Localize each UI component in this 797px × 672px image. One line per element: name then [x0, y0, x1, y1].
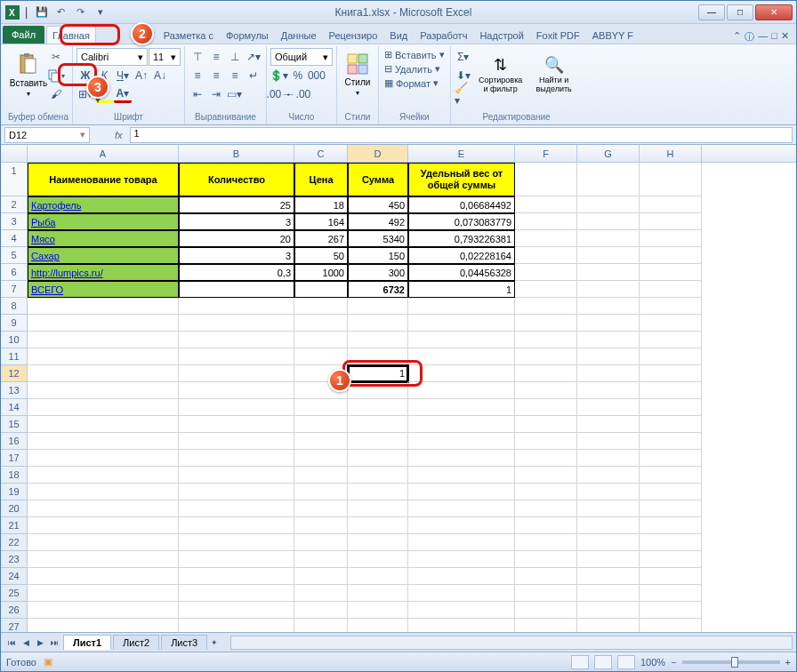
align-center-icon[interactable]: ≡ [207, 67, 225, 84]
row-header[interactable]: 17 [1, 450, 27, 467]
cell[interactable] [348, 534, 408, 551]
percent-icon[interactable]: % [289, 67, 307, 84]
wrap-text-icon[interactable]: ↵ [245, 67, 262, 84]
cell[interactable] [408, 534, 515, 551]
cell[interactable] [515, 568, 577, 585]
view-normal-icon[interactable] [571, 655, 589, 669]
align-left-icon[interactable]: ≡ [189, 67, 206, 84]
cell[interactable] [28, 585, 179, 602]
cell[interactable]: Удельный вес от общей суммы [408, 163, 515, 196]
cell[interactable] [515, 230, 577, 247]
indent-inc-icon[interactable]: ⇥ [207, 85, 225, 103]
cell[interactable] [577, 298, 640, 315]
cell[interactable] [515, 484, 577, 500]
cell[interactable] [294, 551, 348, 568]
cell[interactable] [640, 196, 702, 213]
row-header[interactable]: 21 [1, 517, 27, 534]
cell[interactable] [515, 348, 577, 365]
cell[interactable] [640, 568, 702, 585]
cell[interactable]: Наименование товара [28, 163, 179, 196]
cell[interactable] [408, 450, 515, 467]
cell[interactable] [640, 602, 702, 619]
clear-icon[interactable]: 🧹▾ [455, 85, 472, 103]
cell[interactable] [28, 551, 179, 568]
cell[interactable] [28, 433, 179, 450]
cell[interactable] [348, 602, 408, 619]
col-header-A[interactable]: A [28, 145, 179, 162]
grow-font-icon[interactable]: A↑ [133, 67, 150, 84]
row-header[interactable]: 19 [1, 484, 27, 500]
cell[interactable] [577, 230, 640, 247]
cell[interactable] [640, 484, 702, 500]
cell[interactable] [577, 196, 640, 213]
cell[interactable]: 300 [348, 264, 408, 281]
cell[interactable] [515, 416, 577, 433]
cell[interactable] [577, 602, 640, 619]
cell[interactable] [408, 467, 515, 484]
cell[interactable] [640, 416, 702, 433]
sort-filter-button[interactable]: ⇅ Сортировка и фильтр [474, 48, 527, 101]
cells-area[interactable]: Наименование товара Количество Цена Сумм… [28, 163, 796, 632]
sheet-tab-3[interactable]: Лист3 [161, 635, 207, 650]
new-sheet-icon[interactable]: ✦ [207, 636, 221, 650]
cell[interactable] [179, 568, 294, 585]
cell[interactable] [348, 551, 408, 568]
cell[interactable] [294, 484, 348, 500]
cell[interactable]: 0,3 [179, 264, 294, 281]
cell[interactable] [179, 382, 294, 399]
row-header[interactable]: 12 [1, 365, 27, 382]
cell[interactable]: 50 [294, 247, 348, 264]
row-header[interactable]: 16 [1, 433, 27, 450]
cell[interactable] [294, 619, 348, 632]
cell[interactable]: 267 [294, 230, 348, 247]
cell[interactable] [294, 450, 348, 467]
cell[interactable] [515, 585, 577, 602]
merge-icon[interactable]: ▭▾ [226, 85, 244, 103]
doc-restore-icon[interactable]: □ [771, 30, 777, 44]
name-box[interactable]: D12▾ [4, 127, 90, 143]
cell[interactable] [28, 602, 179, 619]
sheet-nav-prev-icon[interactable]: ◀ [19, 636, 33, 650]
cell[interactable] [640, 585, 702, 602]
cell[interactable] [577, 585, 640, 602]
cell[interactable]: 1 [408, 281, 515, 298]
cell[interactable]: Цена [294, 163, 348, 196]
row-header[interactable]: 20 [1, 500, 27, 517]
col-header-G[interactable]: G [577, 145, 640, 162]
row-header[interactable]: 7 [1, 281, 27, 298]
cell[interactable] [577, 163, 640, 196]
cell[interactable] [294, 416, 348, 433]
cell[interactable] [28, 517, 179, 534]
tab-data[interactable]: Данные [275, 26, 323, 44]
align-middle-icon[interactable]: ≡ [207, 48, 225, 66]
cell[interactable] [640, 281, 702, 298]
cell[interactable]: 3 [179, 247, 294, 264]
sheet-nav-first-icon[interactable]: ⏮ [4, 636, 19, 650]
cell[interactable] [179, 450, 294, 467]
row-header[interactable]: 11 [1, 348, 27, 365]
cell[interactable] [179, 534, 294, 551]
row-header[interactable]: 5 [1, 247, 27, 264]
orientation-icon[interactable]: ↗▾ [245, 48, 262, 66]
formula-input[interactable]: 1 [130, 127, 793, 143]
cell[interactable] [348, 585, 408, 602]
cell[interactable] [640, 551, 702, 568]
row-header[interactable]: 3 [1, 213, 27, 230]
currency-icon[interactable]: 💲▾ [270, 67, 288, 84]
dec-decimal-icon[interactable]: ←.00 [289, 85, 307, 103]
cell[interactable] [408, 500, 515, 517]
cell[interactable] [294, 298, 348, 315]
underline-button[interactable]: Ч▾ [114, 67, 132, 84]
sheet-nav-next-icon[interactable]: ▶ [33, 636, 47, 650]
maximize-button[interactable]: □ [727, 4, 753, 20]
cell[interactable] [515, 315, 577, 332]
cell[interactable] [28, 450, 179, 467]
row-header[interactable]: 18 [1, 467, 27, 484]
col-header-B[interactable]: B [179, 145, 294, 162]
find-select-button[interactable]: 🔍 Найти и выделить [529, 48, 579, 101]
cell[interactable] [577, 450, 640, 467]
cell[interactable]: Сумма [348, 163, 408, 196]
cell[interactable] [577, 315, 640, 332]
cell[interactable] [28, 500, 179, 517]
cell[interactable] [515, 264, 577, 281]
